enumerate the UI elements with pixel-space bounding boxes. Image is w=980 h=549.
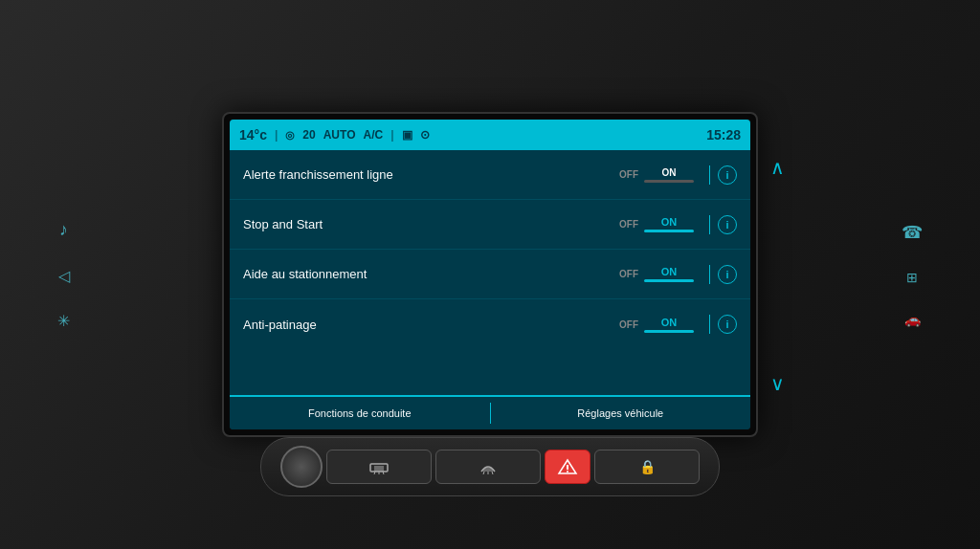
scroll-down-btn[interactable]: ∨ bbox=[770, 374, 785, 393]
setting-aide: Aide au stationnement OFF ON i bbox=[230, 250, 750, 299]
battery-icon: ▣ bbox=[402, 128, 412, 142]
stop-start-info-btn[interactable]: i bbox=[718, 215, 737, 234]
lock-btn[interactable]: 🔒 bbox=[594, 450, 700, 484]
physical-controls: 🔒 bbox=[260, 437, 720, 496]
status-bar: 14°c | ◎ 20 AUTO A/C | ▣ ⊙ 15:28 bbox=[230, 120, 750, 150]
left-sidebar: ♪ ◁ ✳ bbox=[57, 220, 70, 330]
aide-off-label[interactable]: OFF bbox=[619, 269, 638, 279]
divider4 bbox=[709, 315, 710, 334]
temperature-display: 14°c bbox=[239, 127, 267, 143]
fan-speed-display: 20 bbox=[302, 128, 315, 142]
setting-anti-patinage: Anti-patinage OFF ON i bbox=[230, 299, 750, 349]
fan-icon[interactable]: ✳ bbox=[57, 312, 70, 330]
alerte-label: Alerte franchissement ligne bbox=[243, 167, 619, 182]
rear-defrost-btn[interactable] bbox=[326, 450, 432, 484]
svg-point-8 bbox=[567, 471, 568, 472]
aide-on-label[interactable]: ON bbox=[661, 266, 678, 277]
right-sidebar: ☎ ⊞ 🚗 bbox=[902, 222, 923, 327]
aide-toggle[interactable]: OFF ON bbox=[619, 266, 694, 282]
phone-icon[interactable]: ☎ bbox=[902, 222, 923, 243]
hazard-btn[interactable] bbox=[545, 450, 590, 484]
tab-fonctions[interactable]: Fonctions de conduite bbox=[230, 397, 490, 429]
tab-reglages[interactable]: Réglages véhicule bbox=[491, 397, 751, 429]
anti-patinage-label: Anti-patinage bbox=[243, 318, 619, 332]
front-defrost-btn[interactable] bbox=[435, 450, 541, 484]
scroll-up-btn[interactable]: ∧ bbox=[770, 158, 785, 177]
music-icon[interactable]: ♪ bbox=[59, 220, 68, 240]
stop-start-toggle[interactable]: OFF ON bbox=[619, 216, 694, 232]
aide-info-btn[interactable]: i bbox=[718, 265, 737, 284]
stop-start-label: Stop and Start bbox=[243, 217, 619, 231]
setting-stop-start: Stop and Start OFF ON i bbox=[230, 200, 750, 250]
divider2 bbox=[709, 215, 710, 234]
car-surround: ♪ ◁ ✳ 14°c | ◎ 20 AUTO A/C | ▣ ⊙ 15:28 bbox=[0, 0, 980, 549]
aide-label: Aide au stationnement bbox=[243, 267, 619, 281]
screen: 14°c | ◎ 20 AUTO A/C | ▣ ⊙ 15:28 Alerte … bbox=[230, 120, 750, 429]
navigation-icon[interactable]: ◁ bbox=[58, 267, 70, 285]
divider3 bbox=[709, 265, 710, 284]
fan-status-icon: ◎ bbox=[285, 129, 295, 142]
anti-patinage-toggle[interactable]: OFF ON bbox=[619, 317, 694, 333]
settings-list: Alerte franchissement ligne OFF ON i bbox=[230, 150, 750, 395]
stop-start-off-label[interactable]: OFF bbox=[619, 219, 638, 230]
screen-bezel: 14°c | ◎ 20 AUTO A/C | ▣ ⊙ 15:28 Alerte … bbox=[222, 112, 758, 437]
physical-buttons: 🔒 bbox=[326, 450, 700, 484]
alerte-toggle[interactable]: OFF ON bbox=[619, 167, 694, 183]
setting-alerte: Alerte franchissement ligne OFF ON i bbox=[230, 150, 750, 200]
alerte-info-btn[interactable]: i bbox=[718, 165, 737, 185]
apps-grid-icon[interactable]: ⊞ bbox=[906, 270, 918, 285]
car-profile-icon[interactable]: 🚗 bbox=[904, 312, 921, 327]
anti-patinage-off-label[interactable]: OFF bbox=[619, 319, 638, 330]
alerte-on-label[interactable]: ON bbox=[662, 167, 677, 178]
alerte-off-label[interactable]: OFF bbox=[619, 169, 638, 180]
auto-label: AUTO bbox=[323, 128, 356, 142]
ac-label: A/C bbox=[363, 128, 383, 142]
clock-display: 15:28 bbox=[706, 127, 741, 143]
anti-patinage-on-label[interactable]: ON bbox=[661, 317, 678, 328]
anti-patinage-info-btn[interactable]: i bbox=[718, 315, 737, 334]
bottom-tabs: Fonctions de conduite Réglages véhicule bbox=[230, 395, 750, 429]
volume-dial[interactable] bbox=[280, 446, 323, 488]
stop-start-on-label[interactable]: ON bbox=[661, 216, 678, 228]
clock-icon: ⊙ bbox=[420, 128, 430, 142]
nav-arrows: ∧ ∨ bbox=[770, 148, 785, 403]
divider1 bbox=[709, 165, 710, 185]
screen-wrapper: 14°c | ◎ 20 AUTO A/C | ▣ ⊙ 15:28 Alerte … bbox=[222, 112, 758, 437]
